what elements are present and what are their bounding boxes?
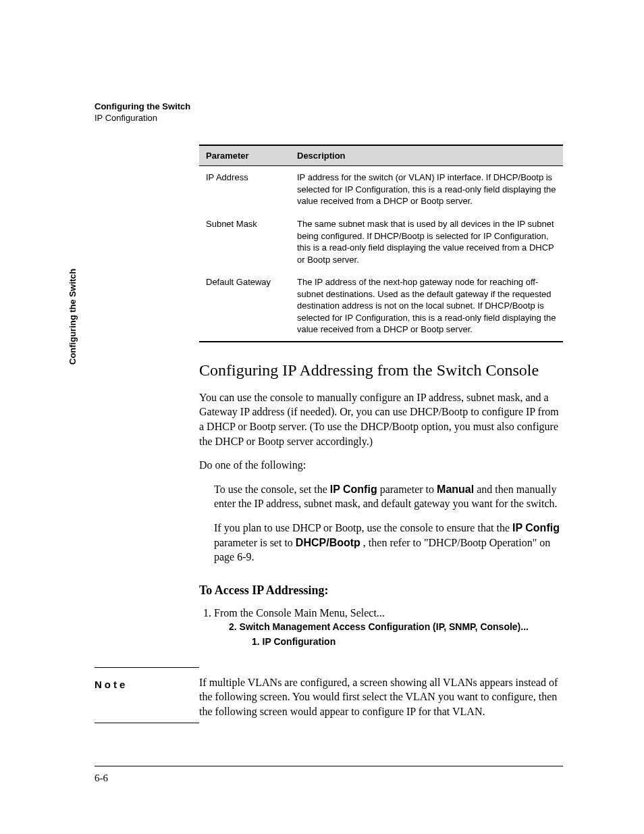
menu-path-level-1: 2. Switch Management Access Configuratio… — [229, 619, 563, 634]
running-head-subtitle: IP Configuration — [95, 113, 563, 124]
running-head: Configuring the Switch IP Configuration — [95, 101, 563, 124]
param-desc: The IP address of the next-hop gateway n… — [290, 271, 563, 342]
table-row: Default Gateway The IP address of the ne… — [199, 271, 563, 342]
ip-config-bold: IP Config — [512, 522, 560, 533]
table-header-parameter: Parameter — [199, 145, 290, 166]
note-label: Note — [95, 667, 199, 723]
param-name: Subnet Mask — [199, 213, 290, 271]
menu-path-level-2: 1. IP Configuration — [252, 634, 563, 649]
step-1-text: From the Console Main Menu, Select... — [214, 607, 385, 619]
note-block: Note If multiple VLANs are configured, a… — [95, 667, 563, 723]
side-tab: Configuring the Switch — [68, 269, 78, 365]
intro-paragraph: You can use the console to manually conf… — [199, 390, 563, 448]
main-content: Parameter Description IP Address IP addr… — [199, 145, 563, 650]
option-manual: To use the console, set the IP Config pa… — [214, 482, 563, 511]
step-1: From the Console Main Menu, Select... 2.… — [214, 607, 563, 650]
access-subhead: To Access IP Addressing: — [199, 583, 563, 598]
param-name: IP Address — [199, 166, 290, 213]
text: To use the console, set the — [214, 484, 330, 495]
ip-config-bold: IP Config — [330, 484, 377, 495]
table-row: IP Address IP address for the switch (or… — [199, 166, 563, 213]
body-text: You can use the console to manually conf… — [199, 390, 563, 565]
steps-list: From the Console Main Menu, Select... 2.… — [199, 607, 563, 650]
menu-path: 2. Switch Management Access Configuratio… — [214, 619, 563, 650]
param-desc: IP address for the switch (or VLAN) IP i… — [290, 166, 563, 213]
page-number: 6-6 — [95, 773, 108, 784]
param-desc: The same subnet mask that is used by all… — [290, 213, 563, 271]
section-heading: Configuring IP Addressing from the Switc… — [199, 361, 563, 380]
running-head-title: Configuring the Switch — [95, 101, 563, 113]
table-row: Subnet Mask The same subnet mask that is… — [199, 213, 563, 271]
parameter-table: Parameter Description IP Address IP addr… — [199, 145, 563, 342]
option-dhcp: If you plan to use DHCP or Bootp, use th… — [214, 521, 563, 565]
dhcp-bootp-bold: DHCP/Bootp — [296, 537, 360, 548]
text: If you plan to use DHCP or Bootp, use th… — [214, 522, 512, 533]
text: parameter is set to — [214, 537, 296, 548]
page: Configuring the Switch IP Configuration … — [0, 0, 644, 834]
param-name: Default Gateway — [199, 271, 290, 342]
do-one-of: Do one of the following: — [199, 458, 563, 473]
text: parameter to — [380, 484, 437, 495]
table-header-description: Description — [290, 145, 563, 166]
manual-bold: Manual — [437, 484, 474, 495]
note-body: If multiple VLANs are configured, a scre… — [199, 667, 563, 719]
footer-rule — [95, 766, 563, 766]
